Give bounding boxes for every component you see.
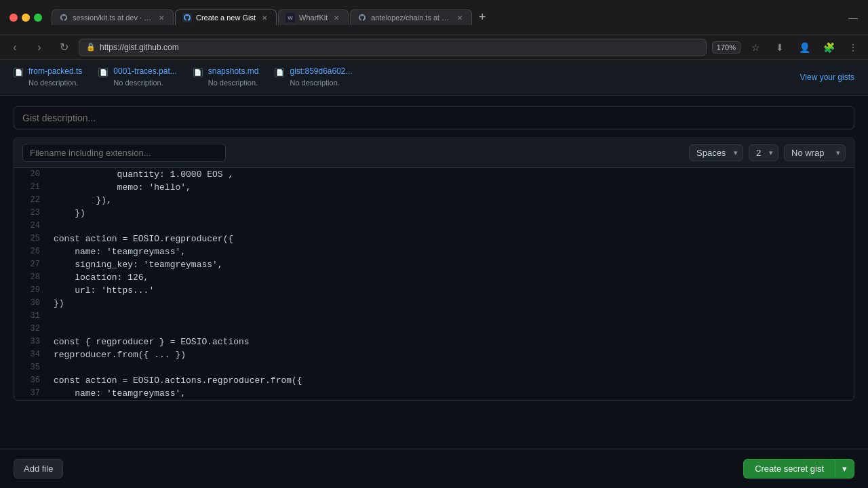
refresh-button[interactable]: ↻ bbox=[54, 38, 73, 57]
gist-desc-2: No description. bbox=[113, 79, 163, 87]
line-content: location: 126, bbox=[48, 271, 149, 284]
tab-favicon bbox=[59, 13, 68, 22]
gist-desc-4: No description. bbox=[290, 79, 339, 87]
line-content: quantity: 1.0000 EOS , bbox=[48, 168, 233, 181]
close-window-button[interactable] bbox=[9, 14, 18, 22]
gist-file-icon-2: 📄 bbox=[98, 68, 108, 77]
add-file-button[interactable]: Add file bbox=[14, 459, 63, 479]
line-number: 36 bbox=[14, 374, 48, 387]
line-number: 31 bbox=[14, 310, 48, 323]
menu-button[interactable]: ⋮ bbox=[844, 38, 863, 57]
line-number: 27 bbox=[14, 258, 48, 271]
browser-tabs: session/kit.ts at dev · wharfkit/... ✕ C… bbox=[52, 9, 838, 26]
tab-create-gist[interactable]: Create a new Gist ✕ bbox=[175, 9, 277, 25]
bookmark-button[interactable]: ☆ bbox=[746, 38, 765, 57]
line-number: 34 bbox=[14, 348, 48, 361]
tab-label-antelope: antelopez/chain.ts at master · ... bbox=[371, 14, 451, 22]
tab-antelope[interactable]: antelopez/chain.ts at master · ... ✕ bbox=[350, 9, 472, 25]
address-bar-row: ‹ › ↻ 🔒 https://gist.github.com 170% ☆ ⬇… bbox=[0, 35, 868, 60]
code-line: 29 url: 'https...' bbox=[14, 284, 854, 297]
forward-button[interactable]: › bbox=[30, 38, 49, 57]
downloads-button[interactable]: ⬇ bbox=[770, 38, 789, 57]
gists-list: 📄 from-packed.ts No description. 📄 0001-… bbox=[14, 66, 353, 88]
tab-close-antelope-button[interactable]: ✕ bbox=[455, 13, 465, 22]
page-content: 📄 from-packed.ts No description. 📄 0001-… bbox=[0, 60, 868, 488]
tab-favicon-wk: W bbox=[285, 13, 295, 22]
code-line: 26 name: 'teamgreymass', bbox=[14, 245, 854, 258]
tab-favicon-antelope bbox=[357, 13, 367, 22]
tab-close-wk-button[interactable]: ✕ bbox=[332, 13, 341, 22]
gist-description-input[interactable] bbox=[14, 106, 854, 129]
lock-icon: 🔒 bbox=[86, 43, 96, 52]
tab-session-kit[interactable]: session/kit.ts at dev · wharfkit/... ✕ bbox=[52, 9, 174, 25]
tab-close-button[interactable]: ✕ bbox=[157, 13, 166, 22]
new-tab-button[interactable]: + bbox=[473, 9, 491, 26]
line-content: name: 'teamgreymass', bbox=[48, 387, 186, 400]
line-number: 21 bbox=[14, 181, 48, 194]
gists-bar: 📄 from-packed.ts No description. 📄 0001-… bbox=[0, 60, 868, 96]
line-number: 29 bbox=[14, 284, 48, 297]
maximize-window-button[interactable] bbox=[34, 14, 42, 22]
line-number: 32 bbox=[14, 323, 48, 336]
code-line: 37 name: 'teamgreymass', bbox=[14, 387, 854, 400]
editor-options: Spaces Tabs 2 4 No wrap Soft wrap bbox=[689, 144, 846, 161]
line-content: const action = EOSIO.actions.regproducer… bbox=[48, 374, 302, 387]
profile-button[interactable]: 👤 bbox=[795, 38, 814, 57]
code-line: 24 bbox=[14, 220, 854, 232]
minimize-window-button[interactable] bbox=[22, 14, 30, 22]
line-content: }) bbox=[48, 297, 64, 310]
file-editor: Spaces Tabs 2 4 No wrap Soft wrap bbox=[14, 138, 854, 401]
code-line: 36const action = EOSIO.actions.regproduc… bbox=[14, 374, 854, 387]
back-button[interactable]: ‹ bbox=[5, 38, 24, 57]
line-content: memo: 'hello', bbox=[48, 181, 191, 194]
line-number: 24 bbox=[14, 220, 48, 232]
gist-item-1[interactable]: 📄 from-packed.ts No description. bbox=[14, 66, 82, 88]
footer: Add file Create secret gist ▾ bbox=[0, 449, 868, 488]
line-number: 30 bbox=[14, 297, 48, 310]
line-content: }) bbox=[48, 207, 85, 220]
extensions-button[interactable]: 🧩 bbox=[819, 38, 838, 57]
create-secret-gist-button[interactable]: Create secret gist bbox=[743, 459, 835, 479]
code-line: 21 memo: 'hello', bbox=[14, 181, 854, 194]
indent-size-select[interactable]: 2 4 bbox=[749, 144, 778, 161]
code-line: 22 }), bbox=[14, 194, 854, 207]
line-number: 22 bbox=[14, 194, 48, 207]
code-line: 20 quantity: 1.0000 EOS , bbox=[14, 168, 854, 181]
view-gists-button[interactable]: View your gists bbox=[800, 73, 854, 82]
line-number: 37 bbox=[14, 387, 48, 400]
gist-desc-3: No description. bbox=[208, 79, 258, 87]
tab-close-active-button[interactable]: ✕ bbox=[260, 13, 269, 22]
code-line: 31 bbox=[14, 310, 854, 323]
url-text: https://gist.github.com bbox=[100, 43, 179, 52]
address-bar[interactable]: 🔒 https://gist.github.com bbox=[79, 39, 707, 56]
filename-input[interactable] bbox=[22, 144, 226, 162]
code-editor[interactable]: 20 quantity: 1.0000 EOS ,21 memo: 'hello… bbox=[14, 168, 854, 400]
create-gist-container: Create secret gist ▾ bbox=[743, 459, 854, 479]
browser-chrome: session/kit.ts at dev · wharfkit/... ✕ C… bbox=[0, 0, 868, 35]
tab-label-wk: WharfKit bbox=[299, 14, 328, 22]
indent-size-wrapper: 2 4 bbox=[749, 144, 778, 161]
minimize-btn[interactable]: — bbox=[844, 8, 863, 27]
gist-name-4: gist:859d6a602... bbox=[290, 66, 352, 76]
code-line: 27 signing_key: 'teamgreymass', bbox=[14, 258, 854, 271]
line-number: 28 bbox=[14, 271, 48, 284]
line-number: 35 bbox=[14, 361, 48, 374]
gist-file-icon-1: 📄 bbox=[14, 68, 23, 77]
tab-label: session/kit.ts at dev · wharfkit/... bbox=[73, 14, 153, 22]
indent-type-select[interactable]: Spaces Tabs bbox=[689, 144, 743, 161]
code-line: 23 }) bbox=[14, 207, 854, 220]
file-editor-header: Spaces Tabs 2 4 No wrap Soft wrap bbox=[14, 138, 854, 168]
gist-item-3[interactable]: 📄 snapshots.md No description. bbox=[193, 66, 259, 88]
code-line: 25const action = EOSIO.regproducer({ bbox=[14, 232, 854, 245]
line-content: url: 'https...' bbox=[48, 284, 154, 297]
gist-item-2[interactable]: 📄 0001-traces.pat... No description. bbox=[98, 66, 176, 88]
code-line: 35 bbox=[14, 361, 854, 374]
traffic-lights bbox=[5, 14, 46, 22]
gist-item-4[interactable]: 📄 gist:859d6a602... No description. bbox=[275, 66, 352, 88]
line-number: 23 bbox=[14, 207, 48, 220]
line-number: 20 bbox=[14, 168, 48, 181]
tab-wharfkit[interactable]: W WharfKit ✕ bbox=[278, 9, 349, 25]
create-secret-gist-dropdown[interactable]: ▾ bbox=[835, 459, 854, 479]
wrap-mode-wrapper: No wrap Soft wrap bbox=[784, 144, 846, 161]
wrap-mode-select[interactable]: No wrap Soft wrap bbox=[784, 144, 846, 161]
